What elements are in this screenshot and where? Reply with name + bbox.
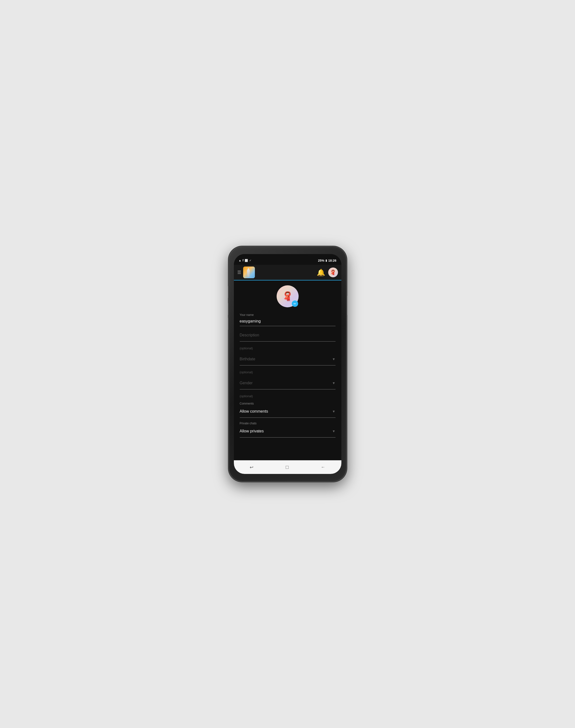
comments-arrow-icon: ▼ — [332, 410, 336, 413]
gender-optional: (optional) — [240, 393, 336, 399]
comments-label: Comments — [240, 402, 336, 405]
battery-icon: ▮ — [326, 259, 327, 262]
description-field: Description (optional) — [240, 330, 336, 351]
battery-percent: 25% — [318, 259, 324, 263]
birthdate-placeholder: Birthdate — [240, 355, 256, 363]
birthdate-optional: (optional) — [240, 369, 336, 375]
edit-avatar-button[interactable]: ✏ — [292, 301, 298, 307]
description-dropdown[interactable]: Description — [240, 330, 336, 340]
nav-arrow-icon: ← — [321, 465, 325, 470]
description-placeholder: Description — [240, 332, 259, 339]
gender-field: Gender ▼ (optional) — [240, 378, 336, 399]
profile-avatar-section: 🧣 ✏ — [240, 285, 336, 307]
check-status-icon: ✓ — [249, 259, 251, 262]
nav-arrow-button[interactable]: ← — [316, 463, 330, 472]
description-optional: (optional) — [240, 345, 336, 351]
content-area[interactable]: 🧣 ✏ Your name easygaming Description — [234, 280, 341, 460]
private-chats-value: Allow privates — [240, 427, 264, 435]
status-left: ▲ f ⬜ ✓ — [239, 259, 252, 262]
private-chats-underline — [240, 437, 336, 438]
comments-dropdown[interactable]: Allow comments ▼ — [240, 406, 336, 417]
comments-field: Comments Allow comments ▼ — [240, 402, 336, 418]
nav-home-button[interactable]: □ — [281, 462, 294, 472]
nav-home-icon: □ — [286, 464, 289, 470]
gender-underline — [240, 389, 336, 389]
avatar-image: 🧣 — [282, 291, 293, 302]
birthdate-arrow-icon: ▼ — [332, 357, 336, 361]
profile-avatar-wrapper: 🧣 ✏ — [277, 285, 299, 307]
hamburger-icon[interactable]: ☰ — [237, 270, 241, 275]
birthdate-field: Birthdate ▼ (optional) — [240, 354, 336, 375]
name-field: Your name easygaming — [240, 313, 336, 326]
header-left: ☰ — [237, 267, 255, 278]
header-avatar-image: 🧣 — [330, 270, 336, 275]
gender-placeholder: Gender — [240, 379, 253, 387]
nav-back-icon: ↩ — [250, 465, 253, 470]
phone-device: ▲ f ⬜ ✓ 25% ▮ 18:26 ☰ 🔔 — [229, 247, 346, 481]
gender-dropdown[interactable]: Gender ▼ — [240, 378, 336, 388]
edit-icon: ✏ — [294, 302, 296, 306]
birthdate-dropdown[interactable]: Birthdate ▼ — [240, 354, 336, 364]
name-label: Your name — [240, 313, 336, 317]
description-underline — [240, 341, 336, 342]
knife-shape — [246, 268, 251, 277]
signal-icon: ▲ — [239, 259, 241, 262]
phone-notch — [271, 254, 305, 261]
header-right: 🔔 🧣 — [317, 268, 338, 277]
phone-screen: ▲ f ⬜ ✓ 25% ▮ 18:26 ☰ 🔔 — [234, 254, 341, 474]
status-right: 25% ▮ 18:26 — [318, 259, 336, 263]
comments-value: Allow comments — [240, 408, 268, 415]
name-underline — [240, 326, 336, 326]
time-display: 18:26 — [328, 259, 336, 263]
private-chats-dropdown[interactable]: Allow privates ▼ — [240, 426, 336, 436]
bottom-nav: ↩ □ ← — [234, 460, 341, 474]
app-logo-inner — [243, 267, 255, 278]
private-chats-label: Private chats — [240, 422, 336, 425]
user-avatar-header[interactable]: 🧣 — [328, 268, 338, 277]
gender-arrow-icon: ▼ — [332, 381, 336, 385]
image-status-icon: ⬜ — [245, 259, 248, 262]
private-chats-arrow-icon: ▼ — [332, 429, 336, 433]
private-chats-field: Private chats Allow privates ▼ — [240, 422, 336, 438]
app-header: ☰ 🔔 🧣 — [234, 265, 341, 280]
app-logo[interactable] — [243, 267, 255, 278]
comments-underline — [240, 417, 336, 418]
nav-back-button[interactable]: ↩ — [245, 463, 258, 472]
bell-icon[interactable]: 🔔 — [317, 269, 325, 277]
facebook-icon: f — [242, 259, 243, 262]
name-value[interactable]: easygaming — [240, 318, 336, 325]
birthdate-underline — [240, 365, 336, 366]
